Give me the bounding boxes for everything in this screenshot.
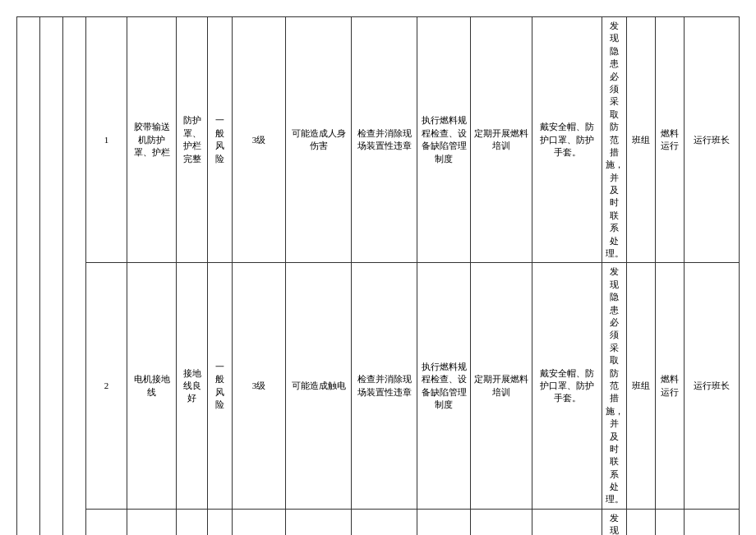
- table-row: 3 胶带输送机安全标识 安全标示齐全 一般风险 3级 可能造成人为误判 检查并消…: [17, 509, 740, 535]
- leader-2: 运行班长: [685, 263, 740, 509]
- grade-3: 3级: [233, 509, 286, 535]
- main-category: 设施、部位、场所、区域: [17, 17, 40, 536]
- condition-1: 防护罩、护栏完整: [177, 17, 208, 263]
- row-num-outer: 5: [40, 17, 63, 536]
- equipment-3: 胶带输送机安全标识: [127, 509, 177, 535]
- leader-3: 运行班长: [685, 509, 740, 535]
- leader-1: 运行班长: [685, 17, 740, 263]
- measure3-2: 定期开展燃料培训: [471, 263, 532, 509]
- measure5-1: 发现隐患必须采取防范措施，并及时联系处理。: [602, 17, 627, 263]
- dept-3: 燃料运行: [656, 509, 685, 535]
- grade-2: 3级: [233, 263, 286, 509]
- measure3-3: 定期开展燃料规程培训: [471, 509, 532, 535]
- condition-3: 安全标示齐全: [177, 509, 208, 535]
- dept-1: 燃料运行: [656, 17, 685, 263]
- measure4-1: 戴安全帽、防护口罩、防护手套。: [532, 17, 602, 263]
- measure2-3: 执行燃料规程检查、设备缺陷管理制度: [417, 509, 471, 535]
- row-num-3: 3: [86, 509, 127, 535]
- measure5-3: 发现隐患必须采取防范措施，并及时联系处理。: [602, 509, 627, 535]
- org-3: 班组: [627, 509, 656, 535]
- measure1-3: 检查并消除现场装置性违章: [352, 509, 417, 535]
- risk-level-3: 一般风险: [208, 509, 233, 535]
- org-1: 班组: [627, 17, 656, 263]
- table-row: 2 电机接地线 接地线良好 一般风险 3级 可能造成触电 检查并消除现场装置性违…: [17, 263, 740, 509]
- measure1-1: 检查并消除现场装置性违章: [352, 17, 417, 263]
- measure4-3: 戴安全帽、防护口罩、防护手套。: [532, 509, 602, 535]
- measure1-2: 检查并消除现场装置性违章: [352, 263, 417, 509]
- consequence-1: 可能造成人身伤害: [286, 17, 352, 263]
- equipment-1: 胶带输送机防护罩、护栏: [127, 17, 177, 263]
- measure2-2: 执行燃料规程检查、设备缺陷管理制度: [417, 263, 471, 509]
- dept-2: 燃料运行: [656, 263, 685, 509]
- grade-1: 3级: [233, 17, 286, 263]
- condition-2: 接地线良好: [177, 263, 208, 509]
- table-row: 设施、部位、场所、区域 5 胶带输送机 1 胶带输送机防护罩、护栏 防护罩、护栏…: [17, 17, 740, 263]
- risk-level-1: 一般风险: [208, 17, 233, 263]
- consequence-3: 可能造成人为误判: [286, 509, 352, 535]
- main-table: 设施、部位、场所、区域 5 胶带输送机 1 胶带输送机防护罩、护栏 防护罩、护栏…: [16, 16, 740, 535]
- org-2: 班组: [627, 263, 656, 509]
- measure4-2: 戴安全帽、防护口罩、防护手套。: [532, 263, 602, 509]
- measure2-1: 执行燃料规程检查、设备缺陷管理制度: [417, 17, 471, 263]
- measure3-1: 定期开展燃料培训: [471, 17, 532, 263]
- row-num-2: 2: [86, 263, 127, 509]
- equipment-2: 电机接地线: [127, 263, 177, 509]
- risk-level-2: 一般风险: [208, 263, 233, 509]
- row-num-1: 1: [86, 17, 127, 263]
- sub-category: 胶带输送机: [63, 17, 86, 536]
- page-container: 设施、部位、场所、区域 5 胶带输送机 1 胶带输送机防护罩、护栏 防护罩、护栏…: [0, 0, 756, 535]
- consequence-2: 可能造成触电: [286, 263, 352, 509]
- measure5-2: 发现隐患必须采取防范措施，并及时联系处理。: [602, 263, 627, 509]
